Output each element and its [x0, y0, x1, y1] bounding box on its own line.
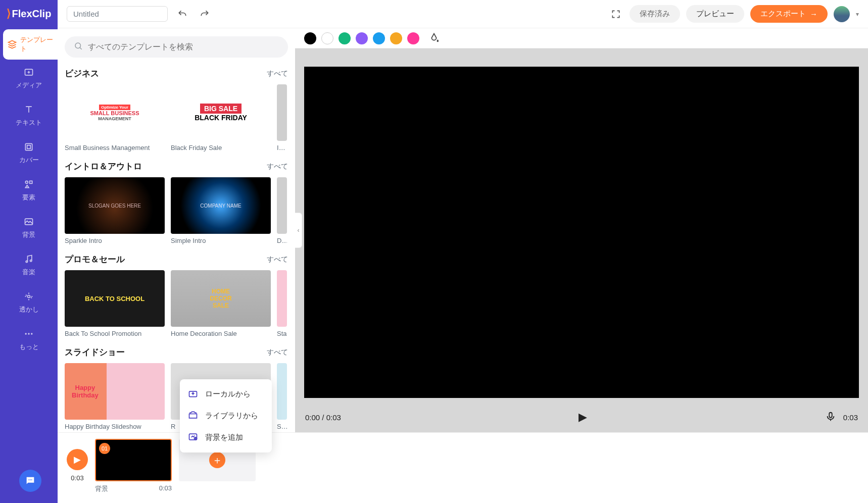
color-swatch[interactable]	[356, 32, 368, 44]
svg-point-14	[31, 479, 32, 480]
sidebar: ⟩FlexClip テンプレート メディア テキスト カバー 要素 背景	[0, 0, 58, 503]
sidebar-item-label: もっと	[19, 342, 39, 351]
template-card[interactable]: Dyr	[277, 177, 287, 244]
section-title: プロモ＆セール	[65, 254, 125, 265]
thumb-text: BLACK FRIDAY	[195, 114, 247, 122]
sidebar-item-elements[interactable]: 要素	[0, 172, 58, 209]
sidebar-item-music[interactable]: 音楽	[0, 246, 58, 284]
popover-item-background[interactable]: 背景を追加	[180, 427, 272, 448]
fill-tool-icon[interactable]	[428, 32, 440, 45]
search-icon	[74, 41, 83, 53]
see-all-link[interactable]: すべて	[267, 255, 288, 264]
template-card[interactable]: HOME DECOR SALE Home Decoration Sale	[171, 270, 271, 337]
template-thumb	[277, 177, 287, 234]
sidebar-item-text[interactable]: テキスト	[0, 97, 58, 134]
template-label: Inte	[277, 144, 287, 152]
video-preview[interactable]	[304, 67, 859, 398]
template-label: Sur	[277, 423, 287, 430]
svg-point-6	[26, 261, 27, 262]
logo-text: FlexClip	[12, 8, 52, 20]
clip-index-badge: 01	[99, 443, 110, 454]
svg-point-15	[75, 43, 81, 48]
project-title-input[interactable]	[67, 6, 168, 22]
timeline: ▶ 0:03 01 背景 0:03 ＋ ローカルから	[58, 432, 868, 503]
sidebar-item-more[interactable]: もっと	[0, 321, 58, 359]
template-label: Small Business Management	[65, 144, 165, 152]
text-icon	[23, 104, 34, 115]
sidebar-item-label: カバー	[19, 156, 39, 165]
arrow-right-icon: →	[810, 10, 817, 18]
svg-rect-16	[829, 412, 832, 417]
fullscreen-button[interactable]	[608, 7, 623, 22]
template-card[interactable]: BACK TO SCHOOL Back To School Promotion	[65, 270, 165, 337]
play-button[interactable]: ▶	[578, 411, 587, 424]
sidebar-item-label: 要素	[22, 193, 35, 202]
sidebar-item-cover[interactable]: カバー	[0, 134, 58, 172]
thumb-text: Happy	[72, 384, 99, 391]
svg-point-7	[30, 260, 32, 262]
color-swatch[interactable]	[390, 32, 402, 44]
popover-label: ライブラリから	[205, 411, 258, 421]
logo: ⟩FlexClip	[2, 0, 57, 29]
panel-collapse-handle[interactable]: ‹	[295, 213, 302, 248]
template-card[interactable]: Sur	[277, 363, 287, 430]
template-card[interactable]: BIG SALE BLACK FRIDAY Black Friday Sale	[171, 84, 271, 152]
see-all-link[interactable]: すべて	[267, 69, 288, 78]
color-swatch[interactable]	[373, 32, 385, 44]
sidebar-item-background[interactable]: 背景	[0, 209, 58, 246]
svg-point-8	[28, 295, 30, 298]
template-card[interactable]: Happy Birthday Happy Birthday Slideshow	[65, 363, 165, 430]
thumb-text: COMPANY NAME	[200, 203, 241, 209]
thumb-text: SLOGAN GOES HERE	[88, 203, 141, 209]
player-time: 0:00 / 0:03	[305, 413, 341, 422]
templates-icon	[7, 39, 17, 50]
sidebar-item-watermark[interactable]: 透かし	[0, 284, 58, 321]
template-card[interactable]: COMPANY NAME Simple Intro	[171, 177, 271, 244]
template-label: Black Friday Sale	[171, 144, 271, 152]
template-card[interactable]: SLOGAN GOES HERE Sparkle Intro	[65, 177, 165, 244]
avatar[interactable]	[834, 6, 850, 22]
svg-point-13	[30, 479, 31, 480]
color-swatch[interactable]	[321, 32, 333, 44]
color-swatch[interactable]	[304, 32, 316, 44]
sidebar-item-templates[interactable]: テンプレート	[3, 29, 58, 60]
svg-point-12	[28, 479, 29, 480]
thumb-text: BACK TO SCHOOL	[85, 295, 144, 303]
chat-button[interactable]	[19, 470, 41, 492]
template-thumb: Happy Birthday	[65, 363, 165, 420]
search-wrap[interactable]	[65, 36, 288, 58]
template-thumb: BACK TO SCHOOL	[65, 270, 165, 327]
color-swatch[interactable]	[407, 32, 419, 44]
add-clip-popover: ローカルから ライブラリから 背景を追加	[180, 379, 272, 452]
watermark-icon	[23, 291, 34, 302]
popover-item-library[interactable]: ライブラリから	[180, 405, 272, 427]
see-all-link[interactable]: すべて	[267, 348, 288, 357]
preview-button[interactable]: プレビュー	[686, 5, 744, 23]
svg-point-9	[25, 333, 27, 334]
undo-button[interactable]	[175, 7, 190, 22]
chevron-down-icon[interactable]: ▾	[856, 11, 859, 18]
sidebar-item-label: 音楽	[22, 268, 35, 277]
more-icon	[23, 328, 34, 339]
see-all-link[interactable]: すべて	[267, 162, 288, 171]
sidebar-item-label: テンプレート	[20, 35, 54, 54]
template-label: Dyr	[277, 237, 287, 244]
template-card[interactable]: Sta	[277, 270, 287, 337]
timeline-play-button[interactable]: ▶	[67, 449, 88, 470]
template-label: Sta	[277, 330, 287, 337]
redo-button[interactable]	[197, 7, 212, 22]
sidebar-item-label: テキスト	[16, 118, 42, 127]
search-input[interactable]	[88, 42, 279, 52]
timeline-clip[interactable]: 01 背景 0:03	[95, 439, 172, 493]
template-card[interactable]: Optimize Your SMALL BUSINESS MANAGEMENT …	[65, 84, 165, 152]
music-icon	[23, 254, 34, 265]
popover-item-local[interactable]: ローカルから	[180, 383, 272, 405]
mic-button[interactable]	[825, 411, 836, 424]
thumb-text: SMALL BUSINESS	[90, 110, 139, 116]
template-card[interactable]: Inte	[277, 84, 287, 152]
sidebar-item-media[interactable]: メディア	[0, 60, 58, 97]
template-thumb: BIG SALE BLACK FRIDAY	[171, 84, 271, 141]
export-button[interactable]: エクスポート→	[750, 5, 828, 23]
thumb-text: HOME	[212, 288, 230, 295]
color-swatch[interactable]	[339, 32, 351, 44]
